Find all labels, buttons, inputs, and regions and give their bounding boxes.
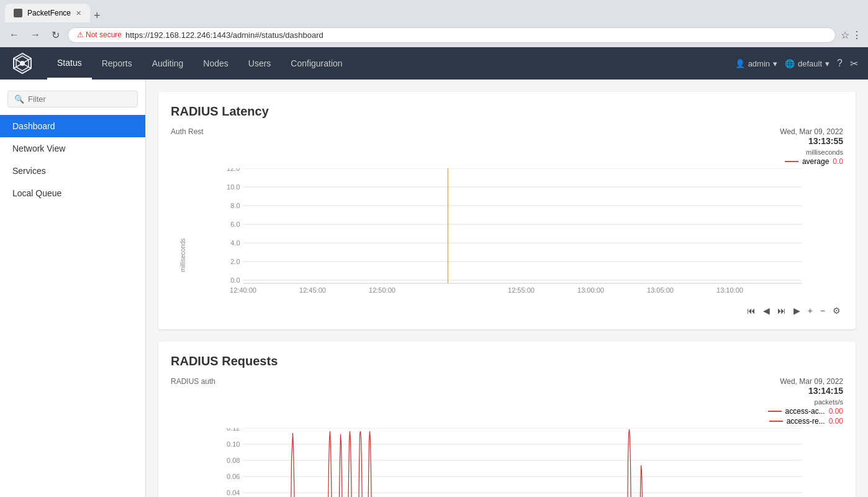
radius-requests-title: RADIUS Requests: [171, 354, 843, 368]
svg-text:12:45:00: 12:45:00: [299, 286, 326, 294]
radius-latency-section: RADIUS Latency Auth Rest Wed, Mar 09, 20…: [158, 92, 856, 329]
url-text: https://192.168.122.246:1443/admin#/stat…: [125, 30, 323, 40]
globe-icon: 🌐: [785, 59, 795, 68]
latency-y-axis: milliseconds: [171, 168, 202, 301]
latency-y-label: milliseconds: [179, 238, 186, 271]
svg-text:13:00:00: 13:00:00: [577, 286, 604, 294]
svg-text:0.12: 0.12: [227, 428, 240, 432]
svg-text:0.0: 0.0: [230, 276, 240, 284]
profile-dropdown-icon: ▾: [825, 59, 830, 68]
tab-close-button[interactable]: ✕: [76, 9, 81, 17]
sidebar-item-services[interactable]: Services: [0, 160, 145, 182]
svg-text:12:50:00: 12:50:00: [369, 286, 396, 294]
logo-icon: [10, 51, 35, 76]
not-secure-indicator: ⚠ Not secure: [77, 30, 122, 39]
user-icon: 👤: [735, 59, 745, 68]
sidebar-item-network-view[interactable]: Network View: [0, 137, 145, 160]
help-button[interactable]: ?: [837, 58, 843, 69]
requests-timestamp: Wed, Mar 09, 2022 13:14:15: [768, 377, 843, 396]
svg-text:8.0: 8.0: [230, 202, 240, 209]
sidebar: 🔍 Dashboard Network View Services Local …: [0, 80, 146, 497]
requests-legend-item-access-re: access-re... 0.00: [768, 417, 843, 426]
legend-line-average: [785, 161, 798, 162]
nav-items: Status Reports Auditing Nodes Users Conf…: [47, 47, 735, 80]
nav-item-users[interactable]: Users: [238, 47, 281, 80]
back-button[interactable]: ←: [6, 28, 22, 42]
latency-zoom-out-button[interactable]: −: [818, 304, 828, 317]
svg-text:12:55:00: 12:55:00: [508, 286, 535, 294]
legend-line-access-ac: [768, 411, 782, 412]
latency-skip-forward-button[interactable]: ⏭: [775, 304, 789, 317]
svg-text:12.0: 12.0: [227, 168, 240, 172]
latency-svg: 12.0 10.0 8.0 6.0 4.0 2.0 0.0 12:40:00 1…: [202, 168, 843, 299]
svg-text:0.06: 0.06: [227, 473, 240, 480]
latency-timestamp: Wed, Mar 09, 2022 13:13:55: [780, 127, 843, 146]
url-bar[interactable]: ⚠ Not secure https://192.168.122.246:144…: [68, 27, 836, 43]
svg-text:13:10:00: 13:10:00: [717, 286, 743, 294]
nav-profile[interactable]: 🌐 default ▾: [785, 59, 830, 68]
filter-input[interactable]: [28, 94, 131, 104]
nav-item-configuration[interactable]: Configuration: [281, 47, 352, 80]
sidebar-item-dashboard[interactable]: Dashboard: [0, 115, 145, 137]
tools-button[interactable]: ✂: [850, 58, 858, 70]
main-layout: 🔍 Dashboard Network View Services Local …: [0, 80, 868, 497]
new-tab-button[interactable]: +: [90, 9, 104, 22]
radius-requests-chart: RADIUS auth Wed, Mar 09, 2022 13:14:15 p…: [171, 377, 843, 497]
nav-user[interactable]: 👤 admin ▾: [735, 59, 777, 68]
requests-svg: 0.12 0.10 0.08 0.06 0.04 0.02 0.00: [202, 428, 843, 497]
svg-text:0.08: 0.08: [227, 457, 240, 464]
requests-svg-container: 0.12 0.10 0.08 0.06 0.04 0.02 0.00: [202, 428, 843, 497]
latency-skip-back-button[interactable]: ⏮: [744, 304, 758, 317]
requests-legend: packets/s access-ac... 0.00 access-re...…: [768, 398, 843, 426]
content-area: RADIUS Latency Auth Rest Wed, Mar 09, 20…: [146, 80, 868, 497]
svg-line-4: [14, 58, 22, 63]
radius-requests-section: RADIUS Requests RADIUS auth Wed, Mar 09,…: [158, 342, 856, 497]
latency-legend-item-average: average 0.0: [780, 157, 843, 166]
svg-text:10.0: 10.0: [227, 183, 240, 191]
app-navbar: Status Reports Auditing Nodes Users Conf…: [0, 47, 868, 80]
svg-text:4.0: 4.0: [230, 239, 240, 247]
svg-line-6: [14, 63, 22, 68]
forward-button[interactable]: →: [27, 28, 43, 42]
sidebar-item-local-queue[interactable]: Local Queue: [0, 182, 145, 204]
latency-settings-button[interactable]: ⚙: [830, 304, 843, 317]
latency-back-button[interactable]: ◀: [761, 304, 772, 317]
svg-line-7: [22, 63, 31, 68]
more-button[interactable]: ⋮: [852, 29, 862, 41]
radius-latency-chart: Auth Rest Wed, Mar 09, 2022 13:13:55 mil…: [171, 127, 843, 317]
svg-text:2.0: 2.0: [230, 258, 240, 265]
nav-item-reports[interactable]: Reports: [92, 47, 142, 80]
latency-chart-controls: ⏮ ◀ ⏭ ▶ + − ⚙: [171, 304, 843, 317]
browser-tab[interactable]: PacketFence ✕: [5, 4, 90, 22]
nav-item-auditing[interactable]: Auditing: [142, 47, 194, 80]
svg-text:0.04: 0.04: [227, 489, 240, 496]
requests-chart-area: packets/s: [171, 428, 843, 497]
latency-forward-button[interactable]: ▶: [791, 304, 803, 317]
svg-text:6.0: 6.0: [230, 221, 240, 228]
user-dropdown-icon: ▾: [773, 59, 777, 68]
latency-zoom-in-button[interactable]: +: [805, 304, 815, 317]
requests-series-label: RADIUS auth: [171, 377, 215, 386]
bookmark-button[interactable]: ☆: [841, 29, 849, 41]
svg-line-5: [22, 58, 31, 63]
nav-item-nodes[interactable]: Nodes: [193, 47, 238, 80]
nav-right: 👤 admin ▾ 🌐 default ▾ ? ✂: [735, 58, 858, 70]
address-bar: ← → ↻ ⚠ Not secure https://192.168.122.2…: [0, 22, 868, 47]
latency-svg-container: 12.0 10.0 8.0 6.0 4.0 2.0 0.0 12:40:00 1…: [202, 168, 843, 301]
browser-tab-bar: PacketFence ✕ +: [0, 0, 868, 22]
requests-y-axis: packets/s: [171, 428, 202, 497]
tab-favicon: [14, 9, 22, 17]
nav-item-status[interactable]: Status: [47, 47, 92, 80]
latency-chart-area: milliseconds 12: [171, 168, 843, 301]
latency-series-label: Auth Rest: [171, 127, 204, 136]
sidebar-filter[interactable]: 🔍: [7, 91, 138, 107]
radius-latency-title: RADIUS Latency: [171, 104, 843, 119]
app-logo: [10, 51, 35, 76]
search-icon: 🔍: [14, 94, 24, 104]
requests-legend-item-access-ac: access-ac... 0.00: [768, 407, 843, 416]
latency-legend: milliseconds average 0.0: [780, 148, 843, 166]
svg-text:12:40:00: 12:40:00: [230, 286, 256, 294]
svg-text:0.10: 0.10: [227, 440, 240, 448]
svg-text:13:05:00: 13:05:00: [647, 286, 674, 294]
reload-button[interactable]: ↻: [48, 28, 63, 42]
